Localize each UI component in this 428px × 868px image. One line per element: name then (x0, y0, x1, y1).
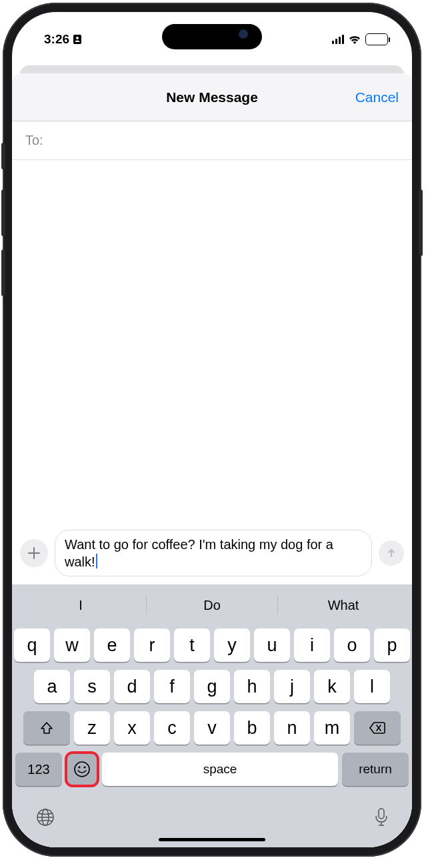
nav-header: New Message Cancel (12, 73, 412, 121)
key-d[interactable]: d (114, 670, 150, 703)
status-time: 3:26 (44, 32, 69, 47)
space-key[interactable]: space (102, 753, 338, 786)
backspace-key[interactable] (354, 711, 401, 745)
suggestion-1[interactable]: I (15, 598, 146, 613)
mute-switch (1, 143, 5, 169)
home-indicator[interactable] (159, 838, 265, 841)
key-o[interactable]: o (334, 628, 370, 662)
battery-indicator: 57 (365, 33, 388, 45)
arrow-up-icon (385, 547, 397, 559)
send-button[interactable] (379, 540, 404, 566)
key-row-1: q w e r t y u i o p (15, 628, 409, 662)
phone-frame: 3:26 57 New Message Cancel To: (3, 3, 421, 857)
key-row-2: a s d f g h j k l (15, 670, 409, 703)
key-v[interactable]: v (194, 711, 230, 745)
power-button (419, 189, 423, 256)
suggestion-bar: I Do What (15, 588, 409, 622)
svg-rect-8 (379, 809, 384, 819)
key-i[interactable]: i (294, 628, 330, 662)
key-y[interactable]: y (214, 628, 250, 662)
page-title: New Message (166, 89, 258, 105)
globe-key[interactable] (35, 807, 55, 830)
conversation-area (12, 160, 412, 526)
svg-point-4 (83, 766, 85, 768)
return-key[interactable]: return (342, 753, 409, 786)
globe-icon (35, 807, 55, 827)
key-f[interactable]: f (154, 670, 190, 703)
key-l[interactable]: l (354, 670, 390, 703)
key-p[interactable]: p (374, 628, 410, 662)
front-camera (239, 29, 248, 39)
svg-point-1 (76, 37, 79, 39)
key-t[interactable]: t (174, 628, 210, 662)
cellular-signal-icon (332, 35, 345, 44)
key-z[interactable]: z (74, 711, 110, 745)
message-text: Want to go for coffee? I'm taking my dog… (65, 537, 333, 569)
key-n[interactable]: n (274, 711, 310, 745)
wifi-icon (348, 35, 361, 45)
text-cursor (96, 554, 97, 568)
dictation-key[interactable] (374, 807, 389, 830)
compose-row: Want to go for coffee? I'm taking my dog… (12, 526, 412, 584)
key-k[interactable]: k (314, 670, 350, 703)
key-c[interactable]: c (154, 711, 190, 745)
cancel-button[interactable]: Cancel (355, 89, 399, 105)
key-m[interactable]: m (314, 711, 350, 745)
volume-up-button (1, 189, 5, 236)
key-g[interactable]: g (194, 670, 230, 703)
suggestion-2[interactable]: Do (147, 598, 277, 613)
to-field-row[interactable]: To: (12, 121, 412, 160)
key-x[interactable]: x (114, 711, 150, 745)
compose-sheet: New Message Cancel To: Want to go for co… (12, 73, 412, 847)
key-row-4: 123 space return (15, 753, 409, 786)
key-s[interactable]: s (74, 670, 110, 703)
key-h[interactable]: h (234, 670, 270, 703)
microphone-icon (374, 807, 389, 827)
message-input[interactable]: Want to go for coffee? I'm taking my dog… (55, 530, 372, 576)
svg-point-3 (78, 766, 80, 768)
shift-key[interactable] (23, 711, 70, 745)
key-e[interactable]: e (94, 628, 130, 662)
key-q[interactable]: q (14, 628, 50, 662)
battery-level: 57 (373, 35, 381, 43)
emoji-key[interactable] (66, 753, 98, 786)
key-j[interactable]: j (274, 670, 310, 703)
key-w[interactable]: w (54, 628, 90, 662)
keyboard: I Do What q w e r t y u i o p (12, 584, 412, 847)
key-u[interactable]: u (254, 628, 290, 662)
suggestion-3[interactable]: What (278, 598, 409, 613)
screen: 3:26 57 New Message Cancel To: (12, 12, 412, 847)
person-badge-icon (73, 34, 82, 45)
emoji-icon (73, 760, 91, 779)
volume-down-button (1, 250, 5, 296)
key-r[interactable]: r (134, 628, 170, 662)
backspace-icon (369, 721, 386, 735)
key-a[interactable]: a (34, 670, 70, 703)
key-b[interactable]: b (234, 711, 270, 745)
numbers-key[interactable]: 123 (15, 753, 62, 786)
svg-point-2 (75, 762, 89, 777)
shift-icon (39, 721, 54, 735)
to-label: To: (25, 133, 43, 148)
plus-icon (27, 546, 41, 560)
key-row-3: z x c v b n m (15, 711, 409, 745)
add-attachment-button[interactable] (20, 539, 48, 567)
